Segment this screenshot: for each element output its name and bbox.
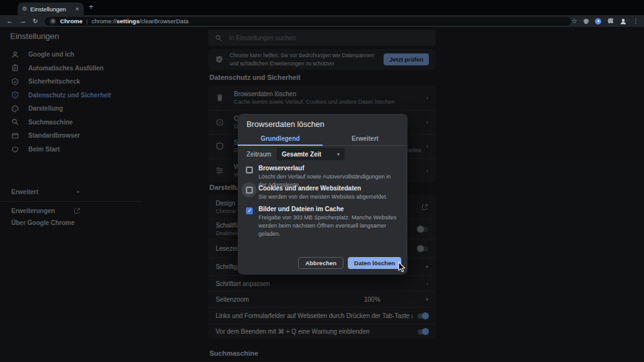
checkbox-checked[interactable]: ✓ (246, 207, 253, 214)
tab-close-icon[interactable]: × (75, 6, 79, 13)
chevron-down-icon: ▾ (337, 151, 340, 157)
checkbox-hover-ripple (242, 182, 257, 197)
settings-gear-favicon: ⚙ (22, 6, 27, 12)
time-range-label: Zeitraum (247, 151, 269, 158)
dialog-title: Browserdaten löschen (247, 120, 325, 129)
url-site-label: Chrome (60, 18, 82, 25)
dialog-tabs: Grundlegend Erweitert (238, 131, 408, 146)
url-text: chrome://settings/clearBrowserData (92, 18, 189, 25)
tab-title: Einstellungen (30, 6, 72, 13)
bookmark-star-icon[interactable]: ☆ (571, 18, 577, 25)
browser-window: ⚙ Einstellungen × + ← → ↻ ⚙ Chrome | chr… (0, 0, 644, 362)
tab-strip: ⚙ Einstellungen × + (0, 0, 644, 15)
reload-icon[interactable]: ↻ (33, 18, 38, 25)
browser-toolbar: ← → ↻ ⚙ Chrome | chrome://settings/clear… (0, 15, 644, 27)
row-text: Cookies und andere Websitedaten Sie werd… (258, 185, 387, 201)
mouse-cursor (398, 261, 406, 273)
row-text: Bilder und Dateien im Cache Freigabe von… (258, 206, 400, 238)
extension-shield-icon[interactable] (583, 18, 589, 25)
site-settings-chip-icon[interactable]: ⚙ (50, 18, 56, 25)
checkbox-row-cookies[interactable]: Cookies und andere Websitedaten Sie werd… (245, 185, 400, 201)
browser-tab-einstellungen[interactable]: ⚙ Einstellungen × (18, 3, 84, 15)
cancel-button[interactable]: Abbrechen (298, 257, 343, 269)
profile-avatar[interactable] (619, 18, 627, 25)
address-bar[interactable]: ⚙ Chrome | chrome://settings/clearBrowse… (45, 17, 571, 26)
checkbox-unchecked[interactable] (246, 187, 253, 194)
clear-browsing-data-dialog: Browserdaten löschen Grundlegend Erweite… (238, 114, 408, 275)
toolbar-actions: ☆ ⋮ (571, 18, 639, 25)
tab-erweitert[interactable]: Erweitert (323, 131, 408, 145)
dialog-actions: Abbrechen Daten löschen (298, 257, 401, 269)
back-icon[interactable]: ← (6, 18, 13, 25)
checkbox-row-cache[interactable]: ✓ Bilder und Dateien im Cache Freigabe v… (245, 206, 400, 238)
time-range-select[interactable]: Gesamte Zeit ▾ (277, 148, 345, 160)
checkbox-unchecked[interactable] (246, 167, 253, 173)
extensions-puzzle-icon[interactable] (607, 18, 614, 25)
new-tab-button[interactable]: + (89, 2, 94, 11)
menu-kebab-icon[interactable]: ⋮ (633, 18, 639, 25)
clear-data-button[interactable]: Daten löschen (348, 257, 401, 269)
url-separator: | (86, 18, 87, 25)
extension-blue-icon[interactable] (595, 18, 601, 25)
time-range-row: Zeitraum Gesamte Zeit ▾ (247, 148, 345, 160)
tab-grundlegend[interactable]: Grundlegend (238, 131, 323, 145)
forward-icon[interactable]: → (19, 18, 26, 25)
